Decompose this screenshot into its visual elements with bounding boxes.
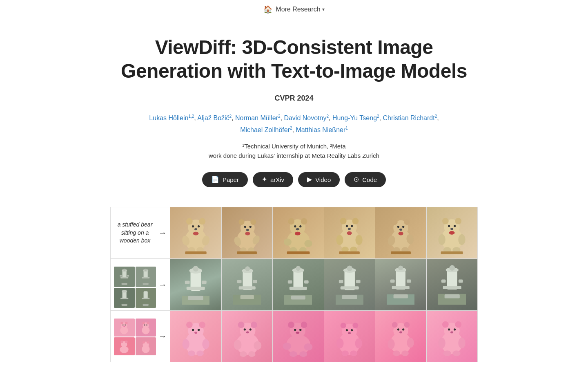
svg-point-29: [301, 218, 307, 225]
svg-point-215: [402, 328, 404, 330]
svg-point-213: [404, 322, 410, 328]
home-icon[interactable]: 🏠: [263, 5, 272, 14]
svg-point-4: [192, 225, 194, 227]
svg-point-182: [249, 328, 252, 330]
grid-row-pink-bear: →: [111, 311, 477, 362]
author-michael[interactable]: Michael Zollhöfer2: [240, 126, 292, 133]
svg-point-5: [198, 225, 200, 227]
grid-row-bear: a stuffed bear sitting on a wooden box →: [111, 207, 477, 259]
paper-icon: 📄: [211, 176, 219, 183]
svg-point-68: [455, 218, 462, 224]
hydrant-image-3: [272, 259, 324, 310]
arrow-bear: →: [158, 228, 167, 238]
author-lukas[interactable]: Lukas Höllein1,2: [149, 114, 194, 121]
svg-rect-128: [356, 280, 360, 283]
svg-point-164: [142, 341, 145, 343]
svg-rect-127: [339, 280, 343, 283]
svg-point-202: [353, 323, 359, 328]
svg-rect-25: [237, 251, 257, 254]
svg-rect-135: [390, 279, 395, 283]
svg-point-183: [246, 331, 249, 333]
svg-point-155: [147, 322, 149, 324]
pink-bear-image-2: [221, 311, 273, 362]
svg-point-196: [304, 343, 312, 350]
svg-rect-64: [391, 251, 411, 254]
code-button[interactable]: ⊙ Code: [345, 172, 386, 187]
row-label-text-bear: a stuffed bear sitting on a wooden box: [114, 221, 156, 245]
svg-rect-107: [238, 286, 255, 289]
svg-point-142: [449, 265, 455, 271]
hydrant-images: [170, 259, 477, 310]
arxiv-icon: ✦: [262, 176, 267, 183]
author-norman[interactable]: Norman Müller2: [235, 114, 280, 121]
paper-button[interactable]: 📄 Paper: [202, 172, 248, 187]
svg-point-72: [449, 231, 455, 235]
svg-point-57: [402, 226, 404, 228]
svg-point-172: [194, 332, 197, 334]
svg-point-56: [397, 226, 399, 228]
svg-point-195: [283, 343, 291, 350]
paper-label: Paper: [223, 176, 239, 183]
arxiv-button[interactable]: ✦ arXiv: [253, 172, 293, 187]
svg-point-198: [299, 351, 307, 357]
svg-point-19: [246, 229, 249, 231]
code-icon: ⊙: [354, 176, 359, 183]
author-david[interactable]: David Novotny2: [284, 114, 329, 121]
hydrant-image-1: [170, 259, 221, 310]
svg-point-45: [348, 228, 351, 230]
svg-point-214: [397, 328, 399, 330]
video-icon: ▶: [307, 176, 312, 183]
svg-point-126: [347, 265, 352, 271]
svg-point-218: [407, 338, 414, 348]
svg-point-193: [299, 329, 301, 331]
svg-point-69: [448, 225, 450, 227]
svg-point-54: [392, 219, 397, 225]
svg-rect-12: [185, 251, 206, 254]
svg-point-192: [294, 329, 296, 331]
author-hung-yu[interactable]: Hung-Yu Tseng2: [332, 114, 379, 121]
svg-point-173: [182, 339, 189, 349]
svg-point-169: [199, 322, 205, 328]
svg-rect-136: [407, 279, 411, 283]
svg-rect-96: [143, 304, 149, 306]
pink-bear-image-4: [324, 311, 375, 362]
action-buttons: 📄 Paper ✦ arXiv ▶ Video ⊙ Code: [118, 172, 470, 187]
author-christian[interactable]: Christian Richardt2: [383, 114, 437, 121]
svg-point-44: [351, 225, 353, 227]
video-button[interactable]: ▶ Video: [298, 172, 340, 187]
author-aljaz[interactable]: Aljaž Božič2: [197, 114, 232, 121]
svg-rect-92: [121, 304, 127, 306]
more-research-dropdown[interactable]: More Research ▾: [276, 6, 324, 13]
row-label-pink-bear: →: [111, 311, 170, 362]
svg-point-154: [142, 322, 145, 324]
grid-container: a stuffed bear sitting on a wooden box →: [110, 207, 478, 363]
svg-point-48: [356, 235, 363, 245]
svg-point-212: [392, 322, 397, 328]
svg-point-205: [348, 332, 351, 334]
svg-point-59: [398, 232, 403, 236]
pink-bear-image-1: [170, 311, 221, 362]
bear-image-3: [272, 207, 324, 259]
svg-rect-103: [185, 280, 190, 284]
svg-point-102: [193, 266, 198, 272]
svg-point-197: [289, 351, 297, 357]
svg-point-181: [244, 328, 246, 330]
svg-point-171: [198, 329, 200, 331]
svg-point-151: [124, 326, 125, 327]
svg-point-30: [294, 225, 296, 227]
svg-point-217: [388, 339, 394, 349]
svg-rect-131: [392, 286, 410, 289]
svg-point-16: [250, 219, 256, 225]
svg-point-223: [442, 321, 449, 328]
svg-rect-91: [120, 298, 128, 299]
svg-rect-99: [187, 287, 205, 290]
svg-point-206: [336, 339, 343, 348]
svg-rect-79: [120, 277, 128, 278]
svg-point-216: [399, 331, 402, 333]
svg-point-33: [295, 232, 301, 236]
svg-point-230: [443, 350, 451, 356]
svg-point-58: [399, 229, 402, 231]
svg-point-185: [254, 341, 261, 350]
svg-point-35: [304, 240, 312, 247]
author-matthias[interactable]: Matthias Nießner1: [296, 126, 347, 133]
